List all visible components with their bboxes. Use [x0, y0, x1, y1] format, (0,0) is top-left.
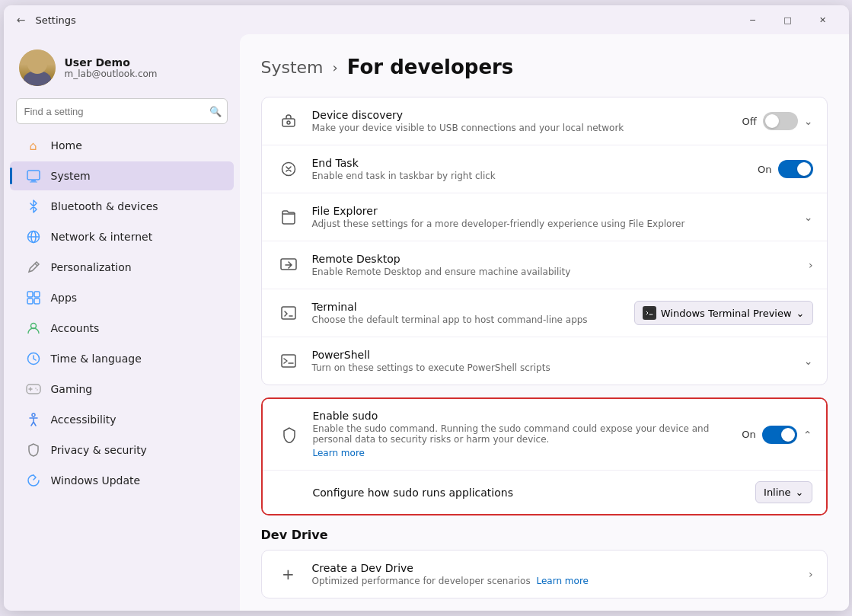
- page-header: System › For developers: [261, 56, 828, 78]
- end-task-toggle[interactable]: [778, 160, 813, 178]
- sidebar-item-label: Gaming: [51, 383, 93, 395]
- file-explorer-row[interactable]: File Explorer Adjust these settings for …: [262, 193, 827, 241]
- svg-rect-0: [27, 171, 40, 180]
- sidebar-item-label: System: [51, 170, 91, 182]
- sidebar-item-label: Windows Update: [51, 474, 141, 487]
- svg-rect-6: [27, 292, 33, 297]
- privacy-icon: [25, 442, 42, 458]
- breadcrumb-current: For developers: [347, 56, 514, 78]
- search-input[interactable]: [16, 98, 228, 124]
- end-task-title: End Task: [312, 157, 748, 169]
- system-icon: [25, 168, 42, 184]
- svg-point-17: [32, 413, 35, 417]
- search-icon: 🔍: [209, 106, 222, 117]
- sidebar-item-gaming[interactable]: Gaming: [10, 375, 234, 404]
- window-controls: ─ □ ✕: [736, 8, 840, 32]
- sidebar-item-privacy[interactable]: Privacy & security: [10, 436, 234, 464]
- sidebar-item-network[interactable]: Network & internet: [10, 222, 234, 251]
- sudo-icon: [276, 422, 302, 448]
- terminal-dropdown-value: Windows Terminal Preview: [661, 308, 792, 319]
- device-discovery-row[interactable]: Device discovery Make your device visibl…: [262, 97, 827, 145]
- sidebar-item-personalization[interactable]: Personalization: [10, 253, 234, 282]
- maximize-button[interactable]: □: [771, 8, 805, 32]
- configure-sudo-text: Configure how sudo runs applications: [313, 487, 745, 499]
- sudo-highlighted-section: Enable sudo Enable the sudo command. Run…: [261, 397, 828, 515]
- sidebar-item-label: Network & internet: [51, 231, 153, 243]
- end-task-right: On: [758, 160, 812, 178]
- sudo-desc: Enable the sudo command. Running the sud…: [313, 423, 732, 445]
- minimize-button[interactable]: ─: [736, 8, 770, 32]
- sudo-toggle[interactable]: [762, 426, 797, 444]
- sidebar-item-bluetooth[interactable]: Bluetooth & devices: [10, 192, 234, 221]
- create-dev-drive-desc: Optimized performance for developer scen…: [312, 576, 798, 586]
- back-button[interactable]: ←: [13, 11, 30, 28]
- sidebar-item-accessibility[interactable]: Accessibility: [10, 405, 234, 434]
- svg-point-16: [37, 389, 38, 391]
- gaming-icon: [25, 381, 42, 397]
- network-icon: [25, 228, 42, 245]
- sidebar: User Demo m_lab@outlook.com 🔍 ⌂ Home: [4, 34, 240, 611]
- breadcrumb-separator: ›: [333, 59, 338, 75]
- sudo-text: Enable sudo Enable the sudo command. Run…: [313, 410, 732, 459]
- remote-desktop-row[interactable]: Remote Desktop Enable Remote Desktop and…: [262, 241, 827, 289]
- terminal-text: Terminal Choose the default terminal app…: [312, 301, 624, 325]
- create-dev-drive-text: Create a Dev Drive Optimized performance…: [312, 562, 798, 586]
- sidebar-item-label: Home: [51, 139, 82, 152]
- create-dev-drive-title: Create a Dev Drive: [312, 562, 798, 574]
- user-profile[interactable]: User Demo m_lab@outlook.com: [4, 40, 240, 98]
- sidebar-item-update[interactable]: Windows Update: [10, 466, 234, 495]
- sidebar-item-label: Accessibility: [51, 413, 116, 426]
- sidebar-item-label: Time & language: [51, 353, 142, 365]
- dev-drive-section: Dev Drive + Create a Dev Drive Optimized…: [261, 528, 828, 598]
- device-discovery-toggle-label: Off: [742, 116, 757, 127]
- svg-rect-24: [282, 355, 295, 367]
- powershell-desc: Turn on these settings to execute PowerS…: [312, 362, 793, 373]
- dev-drive-learn-more-link[interactable]: Learn more: [537, 576, 589, 586]
- sudo-chevron: ⌃: [803, 429, 812, 441]
- remote-desktop-desc: Enable Remote Desktop and ensure machine…: [312, 267, 798, 277]
- terminal-dropdown[interactable]: Windows Terminal Preview ⌄: [634, 301, 813, 325]
- sidebar-item-apps[interactable]: Apps: [10, 283, 234, 312]
- device-discovery-desc: Make your device visible to USB connecti…: [312, 123, 732, 133]
- svg-rect-23: [645, 308, 654, 318]
- device-discovery-chevron: ⌄: [804, 115, 813, 127]
- end-task-row[interactable]: End Task Enable end task in taskbar by r…: [262, 145, 827, 193]
- end-task-toggle-label: On: [758, 164, 771, 175]
- configure-sudo-row[interactable]: Configure how sudo runs applications Inl…: [263, 471, 826, 514]
- terminal-title: Terminal: [312, 301, 624, 313]
- sidebar-item-time[interactable]: Time & language: [10, 344, 234, 373]
- accounts-icon: [25, 320, 42, 337]
- svg-point-15: [35, 388, 37, 389]
- accessibility-icon: [25, 411, 42, 428]
- file-explorer-icon: [276, 204, 302, 230]
- user-name: User Demo: [65, 56, 158, 69]
- sidebar-item-home[interactable]: ⌂ Home: [10, 131, 234, 160]
- file-explorer-desc: Adjust these settings for a more develop…: [312, 219, 793, 229]
- end-task-text: End Task Enable end task in taskbar by r…: [312, 157, 748, 181]
- file-explorer-right: ⌄: [804, 211, 813, 223]
- search-box: 🔍: [16, 98, 228, 124]
- device-discovery-toggle[interactable]: [763, 112, 798, 130]
- svg-rect-7: [34, 292, 40, 297]
- powershell-icon: [276, 348, 302, 374]
- powershell-row[interactable]: PowerShell Turn on these settings to exe…: [262, 337, 827, 385]
- create-dev-drive-row[interactable]: + Create a Dev Drive Optimized performan…: [262, 551, 827, 598]
- avatar: [19, 49, 56, 86]
- device-discovery-icon: [276, 108, 302, 134]
- sidebar-item-accounts[interactable]: Accounts: [10, 314, 234, 343]
- svg-rect-9: [34, 298, 40, 304]
- close-button[interactable]: ✕: [806, 8, 840, 32]
- sudo-toggle-label: On: [742, 429, 755, 440]
- remote-desktop-text: Remote Desktop Enable Remote Desktop and…: [312, 253, 798, 277]
- sidebar-item-system[interactable]: System: [10, 161, 234, 190]
- terminal-row[interactable]: Terminal Choose the default terminal app…: [262, 289, 827, 337]
- sudo-row[interactable]: Enable sudo Enable the sudo command. Run…: [263, 399, 826, 471]
- svg-point-19: [287, 121, 290, 124]
- sidebar-item-label: Personalization: [51, 261, 132, 273]
- content-area: System › For developers Devi: [240, 34, 849, 611]
- dev-drive-title: Dev Drive: [261, 528, 828, 542]
- sudo-learn-more-link[interactable]: Learn more: [313, 448, 365, 458]
- device-discovery-title: Device discovery: [312, 109, 732, 121]
- configure-sudo-dropdown[interactable]: Inline ⌄: [755, 481, 812, 503]
- home-icon: ⌂: [25, 137, 42, 154]
